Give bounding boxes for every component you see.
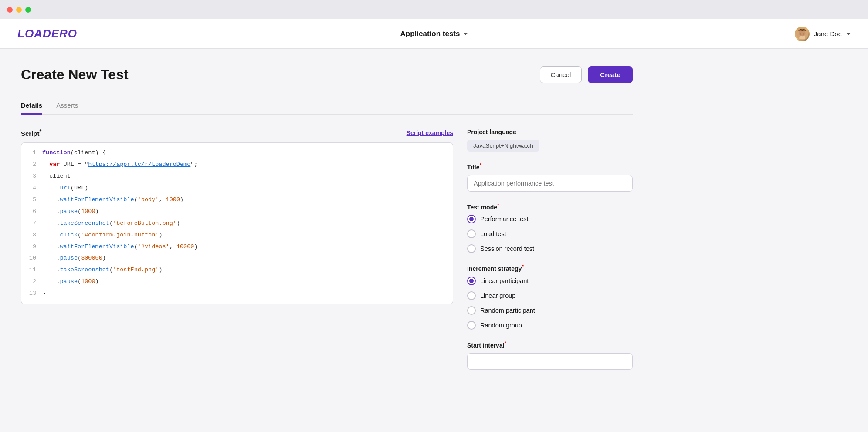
test-mode-session-record[interactable]: Session record test [467, 244, 633, 253]
test-mode-radio-group: Performance test Load test Session recor… [467, 215, 633, 253]
increment-linear-participant[interactable]: Linear participant [467, 277, 633, 285]
radio-performance-inner [469, 217, 474, 221]
radio-random-participant-outer [467, 306, 476, 315]
logo: LOADERO [17, 27, 77, 40]
code-line: 5 .waitForElementVisible('body', 1000) [21, 194, 453, 206]
nav: LOADERO Application tests Jane Doe [0, 19, 868, 49]
user-name: Jane Doe [814, 30, 842, 37]
radio-linear-group-outer [467, 291, 476, 300]
test-mode-label: Test mode* [467, 202, 633, 211]
code-line: 6 .pause(1000) [21, 206, 453, 218]
language-badge: JavaScript+Nightwatch [467, 140, 539, 152]
title-field-group: Title* [467, 162, 633, 192]
nav-center-title: Application tests [400, 30, 460, 38]
project-language-field: Project language JavaScript+Nightwatch [467, 128, 633, 152]
code-line: 7 .takeScreenshot('beforeButton.png') [21, 218, 453, 230]
title-bar [0, 0, 868, 19]
code-line: 9 .waitForElementVisible('#videos', 1000… [21, 241, 453, 253]
radio-linear-participant-outer [467, 277, 476, 285]
radio-random-group-outer [467, 321, 476, 330]
create-button[interactable]: Create [588, 66, 633, 83]
maximize-button[interactable] [25, 7, 31, 13]
increment-random-participant[interactable]: Random participant [467, 306, 633, 315]
increment-strategy-label: Increment strategy* [467, 263, 633, 272]
nav-app-switcher[interactable]: Application tests [400, 30, 468, 38]
code-lines: 1 function(client) { 2 var URL = "https:… [21, 147, 453, 300]
header-actions: Cancel Create [540, 66, 633, 83]
test-mode-load[interactable]: Load test [467, 230, 633, 238]
script-header: Script* Script examples [21, 128, 453, 137]
user-menu-chevron-icon [846, 33, 851, 35]
increment-strategy-radio-group: Linear participant Linear group Random p… [467, 277, 633, 330]
script-label: Script* [21, 128, 41, 137]
code-line: 13 } [21, 288, 453, 300]
code-line: 2 var URL = "https://appr.tc/r/LoaderoDe… [21, 159, 453, 171]
radio-linear-participant-inner [469, 279, 474, 283]
increment-linear-group-label: Linear group [480, 292, 515, 299]
nav-dropdown-icon [463, 33, 468, 35]
avatar [795, 27, 810, 41]
increment-linear-participant-label: Linear participant [480, 277, 529, 284]
code-line: 1 function(client) { [21, 147, 453, 159]
increment-random-participant-label: Random participant [480, 307, 535, 314]
radio-performance-outer [467, 215, 476, 223]
page-title: Create New Test [21, 67, 129, 83]
code-line: 3 client [21, 171, 453, 182]
code-editor[interactable]: 1 function(client) { 2 var URL = "https:… [21, 142, 453, 304]
script-examples-link[interactable]: Script examples [407, 129, 453, 136]
start-interval-label: Start interval* [467, 340, 633, 349]
page-header: Create New Test Cancel Create [21, 66, 633, 83]
project-language-label: Project language [467, 128, 633, 135]
code-line: 8 .click('#confirm-join-button') [21, 230, 453, 241]
test-mode-performance-label: Performance test [480, 216, 528, 223]
title-field-label: Title* [467, 162, 633, 171]
start-interval-field-group: Start interval* [467, 340, 633, 370]
user-menu[interactable]: Jane Doe [795, 27, 851, 41]
start-interval-input[interactable] [467, 353, 633, 370]
test-mode-session-record-label: Session record test [480, 245, 534, 252]
window: LOADERO Application tests Jane Doe [0, 19, 868, 432]
test-mode-load-label: Load test [480, 230, 506, 237]
increment-random-group-label: Random group [480, 322, 522, 329]
editor-body: 1 function(client) { 2 var URL = "https:… [21, 143, 453, 304]
svg-point-1 [800, 33, 802, 34]
minimize-button[interactable] [16, 7, 22, 13]
code-line: 10 .pause(300000) [21, 253, 453, 264]
tab-details[interactable]: Details [21, 97, 42, 115]
code-line: 12 .pause(1000) [21, 276, 453, 288]
test-mode-performance[interactable]: Performance test [467, 215, 633, 223]
main-layout: Script* Script examples 1 function(clien… [21, 128, 633, 380]
title-input[interactable] [467, 175, 633, 192]
radio-load-outer [467, 230, 476, 238]
test-mode-field-group: Test mode* Performance test Load test [467, 202, 633, 253]
script-section: Script* Script examples 1 function(clien… [21, 128, 453, 304]
tabs: Details Asserts [21, 97, 633, 115]
page-content: Create New Test Cancel Create Details As… [0, 49, 654, 398]
radio-session-record-outer [467, 244, 476, 253]
svg-point-2 [803, 33, 805, 34]
close-button[interactable] [7, 7, 13, 13]
right-panel: Project language JavaScript+Nightwatch T… [467, 128, 633, 380]
code-line: 4 .url(URL) [21, 182, 453, 194]
increment-linear-group[interactable]: Linear group [467, 291, 633, 300]
code-line: 11 .takeScreenshot('testEnd.png') [21, 264, 453, 276]
tab-asserts[interactable]: Asserts [56, 97, 78, 115]
increment-strategy-field-group: Increment strategy* Linear participant L… [467, 263, 633, 330]
increment-random-group[interactable]: Random group [467, 321, 633, 330]
cancel-button[interactable]: Cancel [540, 66, 582, 83]
